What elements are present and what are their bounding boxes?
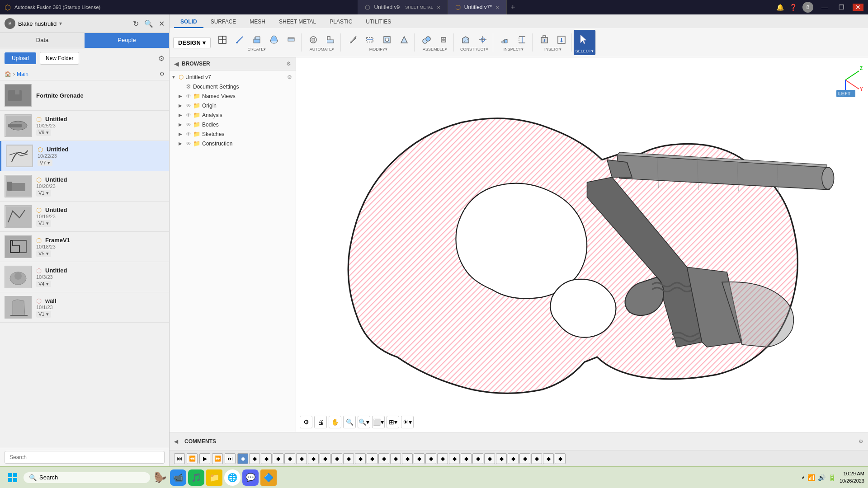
taskbar-app-discord[interactable]: 💬: [242, 469, 259, 486]
user-avatar-icon[interactable]: B: [802, 2, 813, 13]
named-views-eye-icon[interactable]: 👁: [186, 93, 191, 99]
timeline-frame-20[interactable]: ◆: [461, 453, 472, 464]
view-cube[interactable]: Z Y LEFT: [827, 62, 863, 98]
select-btn[interactable]: [576, 32, 594, 48]
sketches-eye-icon[interactable]: 👁: [186, 131, 191, 137]
taskbar-app-capybara[interactable]: 🦫: [152, 469, 168, 486]
timeline-frame-11[interactable]: ◆: [355, 453, 366, 464]
browser-settings-icon[interactable]: ⚙: [286, 61, 291, 67]
modify-btn2[interactable]: [362, 33, 378, 46]
file-item-untitled-oct3[interactable]: ⬡ Untitled 10/3/23 V4 ▾: [0, 262, 169, 292]
viewport[interactable]: Z Y LEFT ⚙ 🖨 ✋ 🔍: [296, 57, 868, 432]
timeline-frame-8[interactable]: ◆: [320, 453, 330, 464]
timeline-frame-10[interactable]: ◆: [343, 453, 354, 464]
file-version-untitled-oct19[interactable]: V1 ▾: [36, 220, 51, 227]
create-revolve-btn[interactable]: [266, 33, 282, 46]
file-version-framev1[interactable]: V5 ▾: [36, 250, 51, 257]
timeline-frame-24[interactable]: ◆: [508, 453, 519, 464]
anim-play-btn[interactable]: ▶: [199, 453, 210, 464]
file-version-untitled-v7[interactable]: V7 ▾: [38, 160, 52, 166]
timeline-frame-25[interactable]: ◆: [519, 453, 530, 464]
insert-btn1[interactable]: [536, 33, 552, 46]
taskbar-wifi-icon[interactable]: 📶: [807, 474, 815, 481]
origin-eye-icon[interactable]: 👁: [186, 103, 191, 109]
taskbar-app-spotify[interactable]: 🎵: [188, 469, 204, 486]
file-version-untitled-oct20[interactable]: V1 ▾: [36, 190, 51, 197]
timeline-frame-19[interactable]: ◆: [449, 453, 460, 464]
taskbar-chevron-icon[interactable]: ∧: [802, 475, 805, 480]
timeline-frame-3[interactable]: ◆: [261, 453, 272, 464]
browser-construction[interactable]: ▶ 👁 📁 Construction: [170, 139, 296, 148]
toolbar-tab-mesh[interactable]: MESH: [243, 16, 272, 28]
toolbar-tab-solid[interactable]: SOLID: [174, 16, 203, 28]
restore-button[interactable]: ❐: [836, 4, 847, 11]
collapse-comments-icon[interactable]: ◀: [174, 438, 178, 445]
timeline-frame-1[interactable]: ◆: [237, 453, 248, 464]
create-new-component-btn[interactable]: [214, 33, 231, 46]
close-button[interactable]: ✕: [853, 4, 863, 11]
comments-settings-icon[interactable]: ⚙: [859, 438, 863, 445]
help-icon[interactable]: ❓: [789, 4, 797, 11]
browser-root-item[interactable]: ▼ ⬡ Untitled v7 ⚙: [170, 72, 296, 82]
viewport-print-btn[interactable]: 🖨: [314, 416, 327, 428]
browser-named-views[interactable]: ▶ 👁 📁 Named Views: [170, 91, 296, 101]
new-tab-button[interactable]: +: [507, 0, 519, 14]
timeline-frame-9[interactable]: ◆: [331, 453, 342, 464]
bodies-eye-icon[interactable]: 👁: [186, 122, 191, 128]
create-more-btn[interactable]: [283, 33, 299, 46]
construction-eye-icon[interactable]: 👁: [186, 141, 191, 147]
viewport-grid-btn[interactable]: ⊞▾: [387, 416, 399, 428]
viewport-environment-btn[interactable]: ☀▾: [401, 416, 414, 428]
timeline-frame-16[interactable]: ◆: [414, 453, 425, 464]
timeline-frame-6[interactable]: ◆: [296, 453, 307, 464]
file-item-fortnite-grenade[interactable]: Fortnite Grenade: [0, 80, 169, 111]
create-extrude-btn[interactable]: [249, 33, 265, 46]
timeline-frame-4[interactable]: ◆: [273, 453, 283, 464]
toolbar-tab-plastic[interactable]: PLASTIC: [323, 16, 359, 28]
home-icon[interactable]: 🏠: [5, 71, 11, 77]
viewport-zoom-dropdown-btn[interactable]: 🔍▾: [358, 416, 370, 428]
timeline-frame-2[interactable]: ◆: [249, 453, 260, 464]
new-folder-button[interactable]: New Folder: [40, 52, 79, 65]
breadcrumb-main[interactable]: Main: [17, 71, 28, 77]
viewport-display-btn[interactable]: ⬜▾: [372, 416, 385, 428]
browser-sketches[interactable]: ▶ 👁 📁 Sketches: [170, 129, 296, 139]
modify-btn4[interactable]: [396, 33, 412, 46]
file-item-framev1[interactable]: ⬡ FrameV1 10/18/23 V5 ▾: [0, 232, 169, 262]
people-tab[interactable]: People: [85, 33, 169, 48]
timeline-frame-7[interactable]: ◆: [308, 453, 319, 464]
timeline-frame-14[interactable]: ◆: [390, 453, 401, 464]
settings-button[interactable]: ⚙: [158, 54, 165, 63]
breadcrumb-settings-icon[interactable]: ⚙: [160, 71, 165, 77]
data-tab[interactable]: Data: [0, 33, 85, 48]
taskbar-app-zoom[interactable]: 📹: [170, 469, 186, 486]
anim-prev-btn[interactable]: ⏪: [187, 453, 198, 464]
assemble-btn2[interactable]: [435, 33, 452, 46]
timeline-frame-18[interactable]: ◆: [437, 453, 448, 464]
viewport-pan-btn[interactable]: ✋: [329, 416, 341, 428]
create-sketch-btn[interactable]: [231, 33, 248, 46]
browser-document-settings[interactable]: ▶ ⚙ Document Settings: [170, 82, 296, 91]
timeline-frame-27[interactable]: ◆: [543, 453, 554, 464]
tab-untitled-v9[interactable]: ⬡ Untitled v9 SHEET METAL ✕: [358, 0, 448, 14]
browser-origin[interactable]: ▶ 👁 📁 Origin: [170, 101, 296, 110]
file-item-untitled-v1-oct19[interactable]: ⬡ Untitled 10/19/23 V1 ▾: [0, 202, 169, 232]
inspect-btn2[interactable]: [514, 33, 530, 46]
timeline-frame-28[interactable]: ◆: [555, 453, 566, 464]
timeline-frame-15[interactable]: ◆: [402, 453, 413, 464]
analysis-eye-icon[interactable]: 👁: [186, 112, 191, 118]
toolbar-tab-sheet-metal[interactable]: SHEET METAL: [273, 16, 322, 28]
modify-btn3[interactable]: [379, 33, 395, 46]
viewport-settings-btn[interactable]: ⚙: [300, 416, 312, 428]
root-settings-icon[interactable]: ⚙: [287, 74, 292, 80]
browser-analysis[interactable]: ▶ 👁 📁 Analysis: [170, 110, 296, 120]
assemble-btn1[interactable]: [418, 33, 434, 46]
file-version-wall[interactable]: V1 ▾: [36, 311, 51, 318]
automate-btn2[interactable]: [322, 33, 339, 46]
tab-untitled-v7[interactable]: ⬡ Untitled v7* ✕: [448, 0, 507, 14]
close-tab-v9[interactable]: ✕: [437, 5, 440, 10]
file-item-untitled-v1-oct20[interactable]: ⬡ Untitled 10/20/23 V1 ▾: [0, 171, 169, 202]
close-sidebar-icon[interactable]: ✕: [159, 19, 165, 28]
insert-btn2[interactable]: [553, 33, 570, 46]
anim-first-btn[interactable]: ⏮: [174, 453, 185, 464]
